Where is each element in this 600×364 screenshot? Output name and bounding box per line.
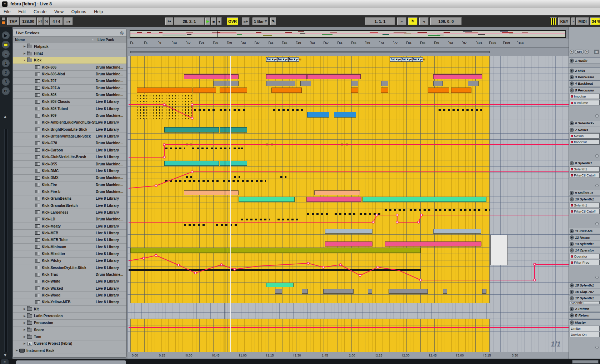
automation-lane-sylenth1[interactable]: Sylenth1 [570,166,600,172]
browser-row[interactable]: Kick-GranularStretchLive 8 Library [13,202,126,209]
track-header-6-sidestick-[interactable]: ▶6 Sidestick- [569,120,600,126]
track-header-7-nexus[interactable]: ▼7 Nexus [569,127,600,133]
tempo-field[interactable]: 128.00 [20,18,36,25]
unfold-track-icon[interactable]: ▼ [570,128,574,132]
browser-row[interactable]: Kick-D55Drum Machine... [13,161,126,168]
automation-lane-filterctl-cutoff[interactable]: FilterCtl Cutoff [570,173,600,178]
overdub-button[interactable]: OVR [227,18,238,25]
punch-in-button[interactable]: ⌐ [397,18,406,25]
song-playhead[interactable] [225,56,225,352]
title-bar[interactable]: ≡ febru [febru] - Live 8 [0,0,600,8]
metronome-button[interactable]: ○● [64,18,73,25]
add-lane-button[interactable] [595,154,599,158]
selector-tab-top[interactable] [1,17,5,20]
automation-lane-operator[interactable]: Operator [570,254,600,259]
browser-row[interactable]: Kick-WickedLive 8 Library [13,285,126,292]
menu-item-help[interactable]: Help [94,9,103,14]
track-header-15-sylenth1[interactable]: ▶15 Sylenth1 [569,282,600,288]
file-browser-icon[interactable] [2,41,10,49]
add-lane-button[interactable] [595,114,599,118]
detail-view-buttons[interactable] [572,360,599,364]
fold-track-icon[interactable]: ▶ [570,121,574,125]
triangle-collapsed-icon[interactable]: ▶ [23,45,26,48]
column-name[interactable]: Name [15,38,25,42]
computer-midi-keyboard-icon[interactable] [550,18,557,25]
automation-lane-8-volume[interactable]: 8 Volume [570,100,600,105]
hot-swap-target-icon[interactable]: ◎ [120,30,124,35]
track-header-8-sylenth1[interactable]: ▼8 Sylenth1 [569,160,600,166]
arrangement-position-field[interactable]: 28. 2. 1 [174,18,205,25]
loop-prev-button[interactable]: + [570,50,574,54]
menu-item-edit[interactable]: Edit [18,9,26,14]
fold-track-icon[interactable]: ▶ [570,235,574,240]
track-header-13-sylenth1[interactable]: ▶13 Sylenth1 [569,241,600,247]
browser-row[interactable]: ▶Hihat [13,50,126,57]
triangle-collapsed-icon[interactable]: ▶ [23,335,26,338]
browser-row[interactable]: Kick-BritishVintageLite-StickLive 8 Libr… [13,133,126,140]
key-map-button[interactable]: KEY [558,18,570,25]
browser-row[interactable]: ▶Snare [13,326,126,333]
browser-row[interactable]: Kick-808 ClassicLive 8 Library [13,99,126,105]
automation-lane-sylenth1[interactable]: Sylenth1 [570,301,600,304]
browser-row[interactable]: ▶aCurrent Project (febru) [13,340,126,347]
track-header-4-backbeat[interactable]: ▶4 Backbeat [569,80,600,86]
track-header-10-sylenth1[interactable]: ▼10 Sylenth1 [569,196,600,202]
add-lane-button[interactable] [595,346,599,349]
browser-row[interactable]: Kick-CarbonLive 8 Library [13,147,126,154]
browser-row[interactable]: Kick-SessionDryLite-StickLive 8 Library [13,264,126,271]
browser-row[interactable]: Kick-MinimumLive 8 Library [13,244,126,250]
add-lane-button[interactable] [595,222,599,225]
browser-row[interactable]: Kick-WhiteLive 8 Library [13,278,126,285]
fold-track-icon[interactable]: ▶ [570,242,574,246]
triangle-collapsed-icon[interactable]: ▶ [23,308,26,310]
automation-envelopes[interactable] [128,56,569,352]
track-header-5-percussio[interactable]: ▼5 Percussio [569,87,600,93]
browser-row[interactable]: Kick-MFB TubeLive 8 Library [13,237,126,244]
punch-out-button[interactable]: ¬ [419,18,429,25]
loop-brace-row[interactable] [128,48,569,56]
loop-length-field[interactable]: 106. 0. 0 [430,18,462,25]
browser-scrollbar[interactable] [4,129,8,352]
track-header-1-audio[interactable]: ▶1 Audio [569,58,600,64]
browser-row[interactable]: ▶Flatpack [13,43,126,50]
fold-track-icon[interactable]: ▶ [570,313,574,318]
browser-row[interactable]: Kick-Fire-bDrum Machine... [13,188,126,195]
browser-row[interactable]: ▼Kick [13,57,126,64]
fold-track-icon[interactable]: ▶ [570,307,574,311]
draw-mode-pencil-button[interactable]: ✎ [270,18,276,25]
lock-envelopes-icon[interactable]: ▦ [594,50,599,54]
browser-row[interactable]: Kick-WoodLive 8 Library [13,292,126,299]
browser-row[interactable]: Kick-606-ModDrum Machine... [13,71,126,78]
browser-row[interactable]: Kick-909Drum Machine... [13,112,126,119]
menu-item-options[interactable]: Options [71,9,86,14]
triangle-collapsed-icon[interactable]: ▶ [23,328,26,331]
browser-row[interactable]: ▶Latin Percussion [13,313,126,319]
fold-track-icon[interactable]: ▶ [570,283,574,288]
track-header-17-sylenth1[interactable]: ▼17 Sylenth1 [569,295,600,301]
unfold-track-icon[interactable]: ▼ [570,248,574,253]
browser-row[interactable]: Kick-707Drum Machine... [13,78,126,85]
unfold-track-icon[interactable]: ▼ [570,197,574,201]
beat-time-ruler[interactable]: 1591317212529333741454953576165697377818… [128,39,569,48]
browser-row[interactable]: Kick-808 TubedLive 8 Library [13,105,126,112]
scroll-up-icon[interactable]: ▲ [3,114,7,119]
automation-lane-fmodcut[interactable]: fmodCut [570,139,600,145]
nudge-up-button[interactable]: ▷| [44,18,49,25]
unfold-track-icon[interactable]: ▼ [570,161,574,165]
fold-track-icon[interactable]: ▶ [570,191,574,195]
unfold-track-icon[interactable]: ▼ [570,320,574,325]
browser-row[interactable]: Kick-808Drum Machine... [13,91,126,98]
add-lane-button[interactable] [595,276,599,279]
track-header-16-clap-707[interactable]: ▶16 Clap-707 [569,289,600,295]
file-browser-1-icon[interactable]: 1 [2,59,10,67]
browser-row[interactable]: ▶Percussion [13,320,126,326]
browser-row[interactable]: Kick-Yellow-MFBLive 8 Library [13,299,126,306]
track-header-3-percussio[interactable]: ▶3 Percussio [569,74,600,80]
browser-row[interactable]: Kick-MFBLive 8 Library [13,230,126,236]
fold-track-icon[interactable]: ▶ [570,59,574,63]
browser-row[interactable]: Kick-BrightRoomLite-StickLive 8 Library [13,126,126,133]
fold-track-icon[interactable]: ▶ [570,75,574,79]
time-signature-field[interactable]: 4 / 4 [50,18,63,25]
arrangement-grid[interactable]: fuckyoufuckyoufuckyoufuckyoufuckyoufucky… [128,56,569,352]
nudge-down-button[interactable]: |◁ [37,18,43,25]
